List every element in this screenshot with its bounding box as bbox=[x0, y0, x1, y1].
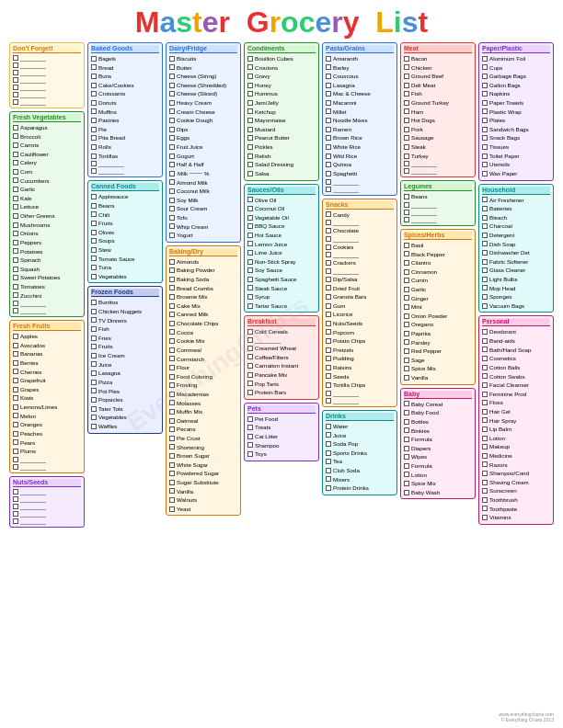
checkbox[interactable] bbox=[404, 217, 409, 222]
checkbox[interactable] bbox=[326, 91, 331, 97]
checkbox[interactable] bbox=[247, 259, 253, 265]
checkbox[interactable] bbox=[247, 294, 253, 300]
checkbox[interactable] bbox=[482, 250, 488, 256]
checkbox[interactable] bbox=[482, 259, 488, 265]
checkbox[interactable] bbox=[247, 329, 253, 335]
checkbox[interactable] bbox=[404, 260, 409, 266]
checkbox[interactable] bbox=[13, 387, 18, 392]
checkbox[interactable] bbox=[482, 497, 488, 503]
checkbox[interactable] bbox=[13, 240, 18, 245]
checkbox[interactable] bbox=[247, 381, 253, 386]
checkbox[interactable] bbox=[404, 472, 409, 477]
checkbox[interactable] bbox=[482, 427, 488, 432]
checkbox[interactable] bbox=[13, 351, 18, 357]
checkbox[interactable] bbox=[247, 285, 253, 290]
checkbox[interactable] bbox=[13, 142, 18, 148]
checkbox[interactable] bbox=[482, 480, 488, 485]
checkbox[interactable] bbox=[13, 85, 18, 90]
checkbox[interactable] bbox=[247, 372, 253, 378]
checkbox[interactable] bbox=[482, 417, 488, 423]
checkbox[interactable] bbox=[247, 108, 253, 114]
checkbox[interactable] bbox=[326, 321, 331, 326]
checkbox[interactable] bbox=[169, 400, 175, 405]
checkbox[interactable] bbox=[482, 233, 488, 238]
checkbox[interactable] bbox=[91, 144, 97, 150]
checkbox[interactable] bbox=[326, 144, 331, 150]
checkbox[interactable] bbox=[13, 504, 18, 509]
checkbox[interactable] bbox=[13, 152, 18, 157]
checkbox[interactable] bbox=[326, 127, 331, 132]
checkbox[interactable] bbox=[247, 144, 253, 150]
checkbox[interactable] bbox=[91, 56, 97, 62]
checkbox[interactable] bbox=[169, 329, 175, 335]
checkbox[interactable] bbox=[169, 382, 175, 388]
checkbox[interactable] bbox=[404, 64, 409, 70]
checkbox[interactable] bbox=[13, 511, 18, 517]
checkbox[interactable] bbox=[404, 419, 409, 425]
checkbox[interactable] bbox=[13, 457, 18, 462]
checkbox[interactable] bbox=[91, 203, 97, 209]
checkbox[interactable] bbox=[169, 206, 175, 211]
checkbox[interactable] bbox=[404, 304, 409, 310]
checkbox[interactable] bbox=[404, 358, 409, 363]
checkbox[interactable] bbox=[91, 336, 97, 341]
checkbox[interactable] bbox=[404, 74, 409, 79]
checkbox[interactable] bbox=[404, 446, 409, 451]
checkbox[interactable] bbox=[247, 91, 253, 97]
checkbox[interactable] bbox=[404, 135, 409, 141]
checkbox[interactable] bbox=[169, 488, 175, 494]
checkbox[interactable] bbox=[13, 308, 18, 313]
checkbox[interactable] bbox=[169, 267, 175, 273]
checkbox[interactable] bbox=[404, 202, 409, 208]
checkbox[interactable] bbox=[247, 171, 253, 176]
checkbox[interactable] bbox=[326, 347, 331, 353]
checkbox[interactable] bbox=[91, 154, 97, 159]
checkbox[interactable] bbox=[247, 363, 253, 369]
checkbox[interactable] bbox=[91, 161, 97, 166]
checkbox[interactable] bbox=[404, 375, 409, 381]
checkbox[interactable] bbox=[169, 285, 175, 290]
checkbox[interactable] bbox=[13, 413, 18, 418]
checkbox[interactable] bbox=[326, 476, 331, 482]
checkbox[interactable] bbox=[404, 100, 409, 106]
checkbox[interactable] bbox=[326, 329, 331, 335]
checkbox[interactable] bbox=[404, 348, 409, 354]
checkbox[interactable] bbox=[482, 83, 488, 88]
checkbox[interactable] bbox=[404, 251, 409, 256]
checkbox[interactable] bbox=[13, 439, 18, 445]
checkbox[interactable] bbox=[91, 344, 97, 349]
checkbox[interactable] bbox=[326, 171, 331, 176]
checkbox[interactable] bbox=[404, 366, 409, 371]
checkbox[interactable] bbox=[91, 247, 97, 253]
checkbox[interactable] bbox=[169, 179, 175, 185]
checkbox[interactable] bbox=[13, 222, 18, 228]
checkbox[interactable] bbox=[326, 228, 331, 233]
checkbox[interactable] bbox=[13, 496, 18, 502]
checkbox[interactable] bbox=[13, 449, 18, 454]
checkbox[interactable] bbox=[404, 243, 409, 248]
checkbox[interactable] bbox=[326, 154, 331, 159]
checkbox[interactable] bbox=[326, 252, 331, 257]
checkbox[interactable] bbox=[482, 267, 488, 273]
checkbox[interactable] bbox=[169, 427, 175, 432]
checkbox[interactable] bbox=[13, 431, 18, 437]
checkbox[interactable] bbox=[91, 300, 97, 305]
checkbox[interactable] bbox=[404, 118, 409, 123]
checkbox[interactable] bbox=[169, 365, 175, 370]
checkbox[interactable] bbox=[13, 92, 18, 97]
checkbox[interactable] bbox=[404, 454, 409, 460]
checkbox[interactable] bbox=[169, 409, 175, 415]
checkbox[interactable] bbox=[326, 179, 331, 185]
checkbox[interactable] bbox=[404, 401, 409, 406]
checkbox[interactable] bbox=[91, 415, 97, 420]
checkbox[interactable] bbox=[247, 56, 253, 62]
checkbox[interactable] bbox=[482, 471, 488, 476]
checkbox[interactable] bbox=[13, 177, 18, 183]
checkbox[interactable] bbox=[482, 285, 488, 290]
checkbox[interactable] bbox=[247, 223, 253, 229]
checkbox[interactable] bbox=[482, 118, 488, 123]
checkbox[interactable] bbox=[13, 187, 18, 192]
checkbox[interactable] bbox=[91, 194, 97, 199]
checkbox[interactable] bbox=[404, 490, 409, 495]
checkbox[interactable] bbox=[482, 400, 488, 405]
